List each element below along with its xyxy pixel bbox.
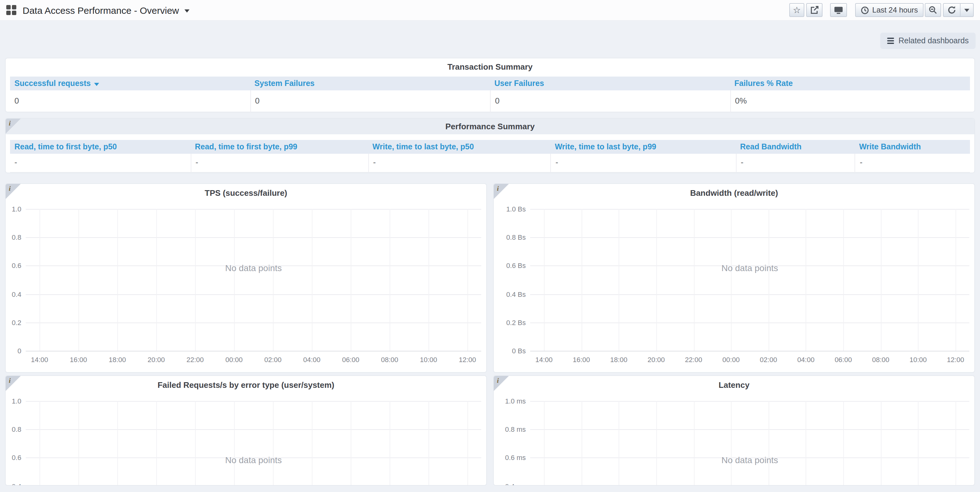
- panel-title[interactable]: Failed Requests/s by error type (user/sy…: [6, 376, 486, 390]
- panel-tps: i TPS (success/failure) 1.00.80.60.40.20…: [6, 184, 486, 372]
- grid-line-vertical: [694, 401, 694, 485]
- y-axis-tick-label: 0.2: [12, 319, 21, 326]
- y-axis-tick-label: 0: [18, 347, 21, 355]
- y-axis-tick-label: 0.4 ms: [505, 482, 526, 485]
- y-axis-tick-label: 0.8 ms: [505, 425, 526, 433]
- panel-info-icon[interactable]: i: [6, 184, 21, 199]
- table-header-row: Read, time to first byte, p50 Read, time…: [10, 140, 970, 154]
- star-button[interactable]: ☆: [789, 3, 804, 17]
- grid-line-vertical: [273, 209, 274, 351]
- grid-line-horizontal: [530, 209, 969, 210]
- grid-line-vertical: [78, 401, 79, 485]
- grid-line-vertical: [40, 209, 40, 351]
- grid-line-vertical: [234, 209, 235, 351]
- panel-info-icon[interactable]: i: [6, 119, 21, 134]
- chevron-down-icon: [964, 8, 969, 12]
- y-axis-tick-label: 1.0: [12, 205, 21, 213]
- panel-title[interactable]: Latency: [494, 376, 974, 390]
- refresh-interval-dropdown[interactable]: [960, 4, 973, 16]
- panel-title[interactable]: Bandwidth (read/write): [494, 184, 974, 198]
- panel-title[interactable]: Performance Summary: [6, 119, 974, 134]
- dashboard-title[interactable]: Data Access Performance - Overview: [22, 5, 179, 15]
- panel-transaction-summary: Transaction Summary Successful requests …: [6, 58, 974, 112]
- chart-plot-area[interactable]: 1.0 Bs0.8 Bs0.6 Bs0.4 Bs0.2 Bs0 Bs14:001…: [530, 209, 969, 351]
- grid-line-horizontal: [26, 237, 481, 238]
- grid-line-vertical: [544, 209, 544, 351]
- grid-line-vertical: [806, 401, 807, 485]
- zoom-out-button[interactable]: [925, 3, 941, 17]
- y-axis-tick-label: 1.0 ms: [505, 397, 526, 405]
- share-icon: [810, 6, 819, 14]
- cell-write-bandwidth: -: [855, 154, 970, 172]
- panel-bandwidth: i Bandwidth (read/write) 1.0 Bs0.8 Bs0.6…: [494, 184, 974, 372]
- x-axis-tick-label: 08:00: [381, 356, 398, 363]
- column-header-write-ttlb-p99[interactable]: Write, time to last byte, p99: [550, 140, 736, 154]
- grid-line-vertical: [351, 209, 352, 351]
- column-header-failures-rate[interactable]: Failures % Rate: [730, 76, 970, 90]
- column-header-write-ttlb-p50[interactable]: Write, time to last byte, p50: [368, 140, 550, 154]
- x-axis-tick-label: 18:00: [610, 356, 627, 363]
- table-row: - - - - - -: [10, 154, 970, 173]
- grid-line-vertical: [581, 209, 582, 351]
- panel-info-icon[interactable]: i: [6, 376, 21, 391]
- time-range-label: Last 24 hours: [872, 6, 918, 14]
- x-axis-tick-label: 14:00: [31, 356, 48, 363]
- y-axis-tick-label: 0.4: [12, 290, 21, 298]
- column-header-successful-requests[interactable]: Successful requests: [10, 76, 250, 90]
- dashboard-grid-icon[interactable]: [6, 5, 16, 15]
- column-header-write-bandwidth[interactable]: Write Bandwidth: [855, 140, 970, 154]
- table-header-row: Successful requests System Failures User…: [10, 76, 970, 90]
- column-header-system-failures[interactable]: System Failures: [250, 76, 490, 90]
- y-axis-tick-label: 0.8: [12, 234, 21, 241]
- column-header-read-ttfb-p99[interactable]: Read, time to first byte, p99: [191, 140, 368, 154]
- panel-info-icon[interactable]: i: [494, 184, 509, 199]
- x-axis-tick-label: 08:00: [872, 356, 889, 363]
- column-header-read-bandwidth[interactable]: Read Bandwidth: [736, 140, 854, 154]
- panel-title[interactable]: Transaction Summary: [6, 62, 974, 72]
- x-axis-tick-label: 20:00: [648, 356, 665, 363]
- grid-line-vertical: [768, 209, 769, 351]
- y-axis-tick-label: 0.6 ms: [505, 454, 526, 462]
- tv-mode-button[interactable]: [830, 3, 847, 17]
- chart-plot-area[interactable]: 1.00.80.60.40.2014:0016:0018:0020:0022:0…: [26, 209, 481, 351]
- y-axis-tick-label: 0.2 Bs: [506, 319, 526, 326]
- grid-line-vertical: [881, 401, 881, 485]
- chart-plot-area[interactable]: 1.00.80.60.40.2014:0016:0018:0020:0022:0…: [26, 401, 481, 485]
- grid-line-vertical: [768, 401, 769, 485]
- grid-line-vertical: [78, 209, 79, 351]
- grid-line-vertical: [956, 209, 956, 351]
- x-axis-tick-label: 14:00: [535, 356, 552, 363]
- related-dashboards-button[interactable]: Related dashboards: [880, 33, 975, 49]
- cell-system-failures: 0: [250, 90, 490, 112]
- panel-info-icon[interactable]: i: [494, 376, 509, 391]
- x-axis-tick-label: 06:00: [835, 356, 852, 363]
- grid-line-vertical: [351, 401, 352, 485]
- grid-line-vertical: [40, 401, 40, 485]
- sort-desc-icon: [94, 83, 99, 86]
- x-axis-tick-label: 04:00: [797, 356, 815, 363]
- grid-line-vertical: [806, 209, 807, 351]
- y-axis-tick-label: 0 Bs: [512, 347, 526, 355]
- chevron-down-icon[interactable]: [185, 9, 190, 12]
- x-axis-tick-label: 18:00: [108, 356, 126, 363]
- time-range-button[interactable]: Last 24 hours: [856, 3, 924, 17]
- grid-line-vertical: [156, 401, 157, 485]
- column-header-user-failures[interactable]: User Failures: [490, 76, 730, 90]
- y-axis-tick-label: 1.0 Bs: [506, 205, 526, 213]
- dashboard-page: Data Access Performance - Overview ☆: [0, 0, 980, 492]
- x-axis-tick-label: 04:00: [303, 356, 320, 363]
- grid-line-vertical: [918, 209, 919, 351]
- cell-user-failures: 0: [490, 90, 730, 112]
- share-button[interactable]: [807, 3, 823, 17]
- panel-title[interactable]: TPS (success/failure): [6, 184, 486, 198]
- dashboard-submenu: Related dashboards: [0, 21, 980, 58]
- grid-line-horizontal: [530, 401, 969, 402]
- y-axis-tick-label: 0.8 Bs: [506, 234, 526, 241]
- refresh-button[interactable]: [943, 3, 974, 17]
- grid-line-vertical: [468, 401, 468, 485]
- column-header-read-ttfb-p50[interactable]: Read, time to first byte, p50: [10, 140, 191, 154]
- refresh-icon[interactable]: [943, 4, 960, 16]
- no-data-message: No data points: [225, 455, 282, 465]
- related-dashboards-label: Related dashboards: [899, 37, 969, 45]
- chart-plot-area[interactable]: 1.0 ms0.8 ms0.6 ms0.4 ms0.2 ms0 ms14:001…: [530, 401, 969, 485]
